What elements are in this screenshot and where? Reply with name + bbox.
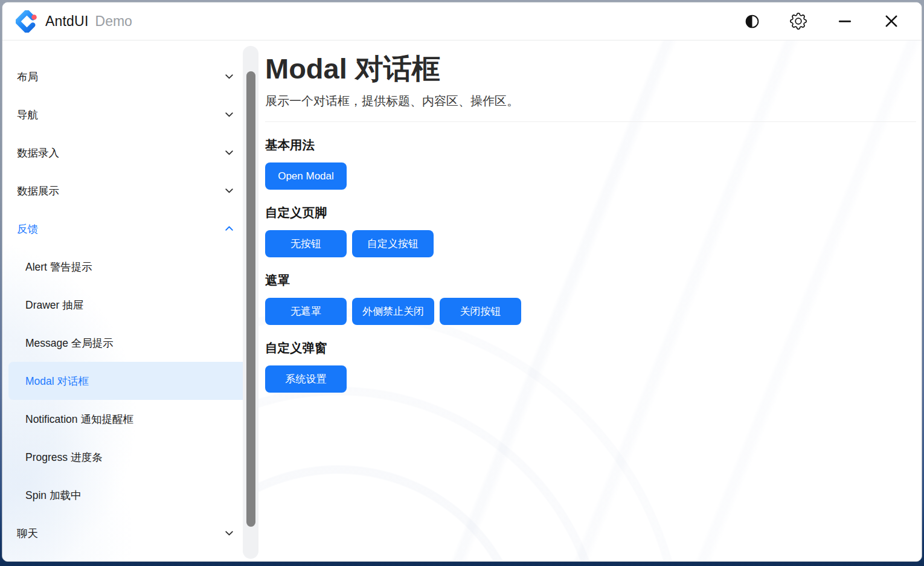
section-heading: 自定义弹窗 <box>265 339 916 356</box>
sidebar-item-label: Alert 警告提示 <box>25 260 92 274</box>
sidebar-item-layout[interactable]: 布局 <box>2 57 258 95</box>
sidebar-item-spin[interactable]: Spin 加载中 <box>2 476 258 514</box>
sidebar-item-label: Spin 加载中 <box>25 488 81 503</box>
sidebar-item-label: Drawer 抽屉 <box>25 298 83 312</box>
close-btn-demo-button[interactable]: 关闭按钮 <box>440 298 521 325</box>
sidebar-item-alert[interactable]: Alert 警告提示 <box>2 248 258 286</box>
minimize-icon <box>837 13 853 29</box>
sidebar-item-data-display[interactable]: 数据展示 <box>2 172 258 210</box>
button-row: 无遮罩 外侧禁止关闭 关闭按钮 <box>265 298 916 325</box>
open-modal-button[interactable]: Open Modal <box>265 162 347 190</box>
no-footer-button[interactable]: 无按钮 <box>265 230 347 257</box>
close-button[interactable] <box>882 11 901 31</box>
system-settings-button[interactable]: 系统设置 <box>265 365 347 393</box>
titlebar[interactable]: AntdUI Demo <box>2 2 922 40</box>
button-row: Open Modal <box>265 162 916 190</box>
sidebar-item-label: Progress 进度条 <box>25 450 102 465</box>
chevron-down-icon <box>224 109 234 120</box>
app-subtitle: Demo <box>95 13 132 30</box>
chevron-down-icon <box>224 71 234 82</box>
sidebar-item-message[interactable]: Message 全局提示 <box>2 324 258 362</box>
sidebar-item-chat[interactable]: 聊天 <box>2 514 258 552</box>
app-title: AntdUI <box>45 13 89 30</box>
chevron-up-icon <box>224 224 234 234</box>
sidebar-item-progress[interactable]: Progress 进度条 <box>2 438 258 476</box>
chevron-down-icon <box>224 185 234 196</box>
chevron-down-icon <box>224 147 234 158</box>
sidebar-item-navigation[interactable]: 导航 <box>2 95 258 133</box>
main-content: Modal 对话框 展示一个对话框，提供标题、内容区、操作区。 基本用法 Ope… <box>258 40 922 562</box>
app-window: AntdUI Demo <box>2 2 922 562</box>
sidebar-item-feedback[interactable]: 反馈 <box>2 210 258 248</box>
theme-toggle-button[interactable] <box>742 11 762 31</box>
sidebar-item-label: Modal 对话框 <box>25 374 89 388</box>
scrollbar-thumb[interactable] <box>246 71 255 527</box>
sidebar-item-data-entry[interactable]: 数据录入 <box>2 133 258 172</box>
sidebar: 布局 导航 数据录入 数据展示 <box>2 40 258 562</box>
section-heading: 遮罩 <box>265 272 916 289</box>
sidebar-item-label: 布局 <box>17 69 38 84</box>
page-description: 展示一个对话框，提供标题、内容区、操作区。 <box>265 93 916 109</box>
chevron-down-icon <box>224 528 234 538</box>
theme-contrast-icon <box>744 13 760 30</box>
settings-button[interactable] <box>789 11 808 31</box>
sidebar-item-label: 聊天 <box>17 526 38 541</box>
section-custom-footer: 自定义页脚 无按钮 自定义按钮 <box>265 204 916 257</box>
sidebar-item-label: 反馈 <box>17 222 38 236</box>
sidebar-item-label: Notification 通知提醒框 <box>25 412 133 426</box>
section-heading: 自定义页脚 <box>265 204 916 221</box>
section-basic-usage: 基本用法 Open Modal <box>265 137 916 190</box>
sidebar-item-label: 数据展示 <box>17 184 59 198</box>
section-heading: 基本用法 <box>265 137 916 153</box>
gear-icon <box>790 13 807 30</box>
sidebar-item-drawer[interactable]: Drawer 抽屉 <box>2 286 258 324</box>
button-row: 系统设置 <box>265 365 916 393</box>
section-divider <box>265 121 916 122</box>
sidebar-item-label: 数据录入 <box>17 146 59 160</box>
page-title: Modal 对话框 <box>265 53 916 85</box>
content-area: 布局 导航 数据录入 数据展示 <box>2 40 922 562</box>
section-custom-dialog: 自定义弹窗 系统设置 <box>265 339 916 393</box>
sidebar-scrollbar[interactable] <box>243 46 258 559</box>
no-mask-button[interactable]: 无遮罩 <box>265 298 347 325</box>
close-icon <box>883 13 900 30</box>
section-mask: 遮罩 无遮罩 外侧禁止关闭 关闭按钮 <box>265 272 916 325</box>
app-logo-icon <box>16 10 38 33</box>
sidebar-item-label: 导航 <box>17 108 38 122</box>
custom-footer-button[interactable]: 自定义按钮 <box>352 230 434 257</box>
sidebar-item-label: Message 全局提示 <box>25 336 114 350</box>
sidebar-item-notification[interactable]: Notification 通知提醒框 <box>2 400 258 438</box>
disable-outside-close-button[interactable]: 外侧禁止关闭 <box>352 298 434 325</box>
sidebar-item-modal[interactable]: Modal 对话框 <box>8 362 253 400</box>
button-row: 无按钮 自定义按钮 <box>265 230 916 257</box>
titlebar-actions <box>742 11 910 31</box>
minimize-button[interactable] <box>835 11 855 31</box>
